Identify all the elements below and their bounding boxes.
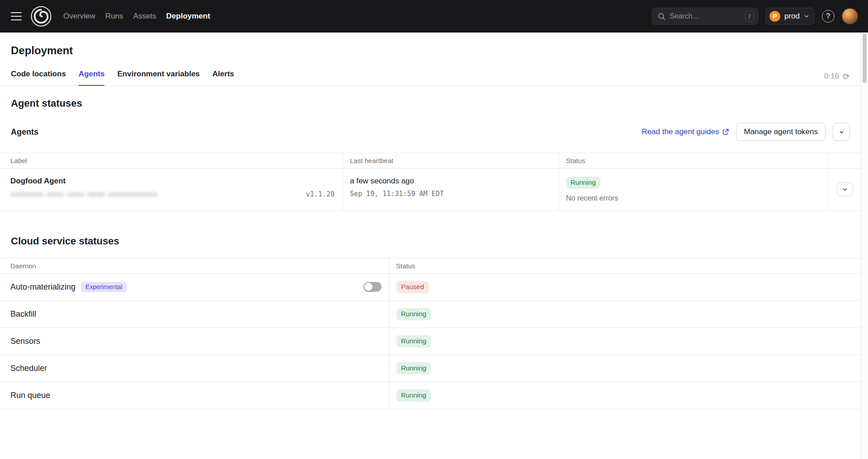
daemon-status-cell: Running bbox=[389, 382, 861, 409]
navbar-right: / P prod ? bbox=[652, 8, 858, 25]
refresh-icon[interactable]: ⟳ bbox=[843, 72, 850, 81]
daemon-row-backfill: Backfill Running bbox=[0, 301, 861, 328]
daemon-name: Auto-materializing bbox=[10, 282, 75, 292]
agent-expand-button[interactable] bbox=[837, 183, 853, 196]
tabs-bar: Code locations Agents Environment variab… bbox=[0, 67, 861, 86]
daemon-row-scheduler: Scheduler Running bbox=[0, 355, 861, 382]
agent-id-redacted: xxxxxxxx-xxxx-xxxx-xxxx-xxxxxxxxxxxx bbox=[10, 190, 157, 198]
agent-status-badge: Running bbox=[566, 177, 600, 189]
agent-tokens-menu-button[interactable] bbox=[833, 123, 850, 141]
cloud-services-table: Daemon Status Auto-materializing Experim… bbox=[0, 258, 861, 409]
agents-header-heartbeat: Last heartbeat bbox=[343, 153, 559, 168]
manage-agent-tokens-button[interactable]: Manage agent tokens bbox=[736, 123, 826, 141]
agent-name: Dogfood Agent bbox=[10, 177, 335, 186]
daemon-cell: Scheduler bbox=[0, 355, 389, 382]
refresh-timer: 0:16 ⟳ bbox=[824, 72, 850, 85]
agents-header-actions bbox=[829, 153, 861, 168]
nav-item-runs[interactable]: Runs bbox=[105, 12, 123, 21]
agents-toolbar: Agents Read the agent guides Manage agen… bbox=[0, 123, 861, 141]
chevron-down-icon bbox=[804, 14, 809, 19]
daemon-status-cell: Running bbox=[389, 328, 861, 355]
search-box[interactable]: / bbox=[652, 8, 758, 25]
status-badge: Running bbox=[396, 335, 431, 347]
cloud-service-statuses-section: Cloud service statuses Daemon Status Aut… bbox=[0, 235, 861, 409]
agent-status-note: No recent errors bbox=[566, 194, 820, 202]
tab-alerts[interactable]: Alerts bbox=[212, 67, 234, 86]
experimental-badge: Experimental bbox=[81, 282, 127, 293]
agent-heartbeat-timestamp: Sep 19, 11:31:59 AM EDT bbox=[350, 190, 551, 198]
daemon-name: Run queue bbox=[10, 391, 50, 400]
agent-statuses-section: Agent statuses Agents Read the agent gui… bbox=[0, 98, 861, 211]
dagster-logo[interactable] bbox=[31, 6, 52, 27]
caret-down-icon bbox=[839, 130, 844, 135]
daemon-row-sensors: Sensors Running bbox=[0, 328, 861, 355]
cloud-table-header: Daemon Status bbox=[0, 258, 861, 274]
daemon-cell: Run queue bbox=[0, 382, 389, 409]
tab-code-locations[interactable]: Code locations bbox=[11, 67, 66, 86]
question-mark-icon: ? bbox=[826, 12, 830, 20]
main-scrollbar[interactable] bbox=[861, 33, 868, 459]
daemon-cell: Sensors bbox=[0, 328, 389, 355]
tab-environment-variables[interactable]: Environment variables bbox=[117, 67, 199, 86]
daemon-status-cell: Running bbox=[389, 355, 861, 382]
daemon-row-auto-materializing: Auto-materializing Experimental Paused bbox=[0, 274, 861, 301]
agent-row: Dogfood Agent xxxxxxxx-xxxx-xxxx-xxxx-xx… bbox=[0, 169, 861, 211]
main-content: Deployment Code locations Agents Environ… bbox=[0, 33, 861, 409]
agents-header-status: Status bbox=[559, 153, 829, 168]
status-badge: Running bbox=[396, 362, 431, 375]
agents-table-header: Label Last heartbeat Status bbox=[0, 153, 861, 169]
agents-header-label: Label bbox=[0, 153, 343, 168]
external-link-icon bbox=[722, 129, 729, 135]
deployment-switcher[interactable]: P prod bbox=[765, 8, 815, 25]
scrollbar-thumb[interactable] bbox=[863, 33, 867, 83]
nav-item-deployment[interactable]: Deployment bbox=[166, 12, 210, 21]
agent-actions-cell bbox=[829, 169, 861, 211]
search-shortcut-hint: / bbox=[745, 11, 754, 22]
menu-icon[interactable] bbox=[11, 12, 22, 20]
cloud-header-daemon: Daemon bbox=[0, 258, 389, 273]
tab-agents[interactable]: Agents bbox=[79, 67, 105, 86]
agents-table: Label Last heartbeat Status Dogfood Agen… bbox=[0, 153, 861, 211]
daemon-name: Backfill bbox=[10, 309, 36, 319]
nav-item-overview[interactable]: Overview bbox=[63, 12, 95, 21]
agent-label-cell: Dogfood Agent xxxxxxxx-xxxx-xxxx-xxxx-xx… bbox=[0, 169, 343, 211]
daemon-status-cell: Running bbox=[389, 301, 861, 328]
deployment-switcher-label: prod bbox=[784, 12, 800, 21]
top-navbar: Overview Runs Assets Deployment / P prod… bbox=[0, 0, 868, 33]
daemon-row-run-queue: Run queue Running bbox=[0, 382, 861, 409]
page-title: Deployment bbox=[11, 44, 850, 57]
toggle-knob bbox=[364, 283, 373, 291]
refresh-countdown: 0:16 bbox=[824, 72, 839, 81]
status-badge: Running bbox=[396, 308, 431, 320]
deployment-avatar: P bbox=[769, 11, 780, 22]
primary-nav: Overview Runs Assets Deployment bbox=[63, 12, 210, 21]
daemon-name: Sensors bbox=[10, 337, 40, 346]
agents-toolbar-actions: Read the agent guides Manage agent token… bbox=[642, 123, 850, 141]
dagster-logo-icon bbox=[31, 6, 52, 27]
agent-status-cell: Running No recent errors bbox=[559, 169, 829, 211]
agent-heartbeat-relative: a few seconds ago bbox=[350, 177, 551, 186]
agent-heartbeat-cell: a few seconds ago Sep 19, 11:31:59 AM ED… bbox=[343, 169, 559, 211]
search-input[interactable] bbox=[670, 12, 741, 20]
cloud-service-statuses-title: Cloud service statuses bbox=[0, 235, 861, 247]
agent-guides-link-label: Read the agent guides bbox=[642, 127, 719, 136]
agents-subtitle: Agents bbox=[11, 127, 38, 137]
tabs: Code locations Agents Environment variab… bbox=[11, 67, 234, 85]
status-badge: Running bbox=[396, 389, 431, 402]
status-badge: Paused bbox=[396, 281, 429, 293]
search-icon bbox=[658, 13, 665, 20]
agent-statuses-title: Agent statuses bbox=[0, 98, 861, 109]
chevron-down-icon bbox=[842, 187, 848, 192]
cloud-header-status: Status bbox=[389, 258, 861, 273]
help-button[interactable]: ? bbox=[822, 10, 835, 23]
auto-materializing-toggle[interactable] bbox=[363, 282, 382, 292]
daemon-cell: Backfill bbox=[0, 301, 389, 328]
daemon-status-cell: Paused bbox=[389, 274, 861, 300]
daemon-name: Scheduler bbox=[10, 364, 47, 373]
user-avatar[interactable] bbox=[842, 8, 858, 24]
nav-item-assets[interactable]: Assets bbox=[133, 12, 156, 21]
agent-guides-link[interactable]: Read the agent guides bbox=[642, 127, 729, 136]
page-header: Deployment bbox=[0, 33, 861, 57]
agent-version: v1.1.20 bbox=[306, 190, 335, 198]
daemon-cell: Auto-materializing Experimental bbox=[0, 274, 389, 300]
